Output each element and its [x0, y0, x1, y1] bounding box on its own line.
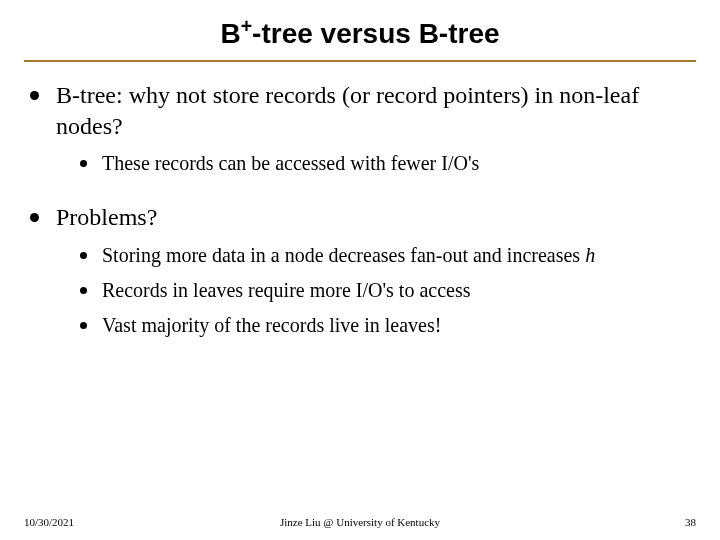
bullet-text: Vast majority of the records live in lea…: [102, 314, 441, 336]
footer-attribution: Jinze Liu @ University of Kentucky: [280, 516, 440, 528]
bullet-list: B-tree: why not store records (or record…: [24, 80, 696, 350]
bullet-text: Problems?: [56, 204, 157, 230]
bullet-text: B-tree: why not store records (or record…: [56, 82, 639, 139]
slide-title: B+-tree versus B-tree: [24, 18, 696, 60]
italic-variable: h: [585, 244, 595, 266]
bullet-text: Storing more data in a node decreases fa…: [102, 244, 585, 266]
list-item: Vast majority of the records live in lea…: [76, 313, 696, 338]
footer-date: 10/30/2021: [24, 516, 74, 528]
sub-bullet-list: Storing more data in a node decreases fa…: [56, 233, 696, 350]
list-item: B-tree: why not store records (or record…: [28, 80, 696, 188]
title-post: -tree versus B-tree: [252, 18, 499, 49]
list-item: Records in leaves require more I/O's to …: [76, 278, 696, 303]
bullet-text: Records in leaves require more I/O's to …: [102, 279, 470, 301]
footer: 10/30/2021 Jinze Liu @ University of Ken…: [0, 516, 720, 528]
footer-page-number: 38: [685, 516, 696, 528]
bullet-text: These records can be accessed with fewer…: [102, 152, 479, 174]
title-underline: [24, 60, 696, 62]
list-item: These records can be accessed with fewer…: [76, 151, 696, 176]
list-item: Storing more data in a node decreases fa…: [76, 243, 696, 268]
title-pre: B: [220, 18, 240, 49]
slide: B+-tree versus B-tree B-tree: why not st…: [0, 0, 720, 540]
title-sup: +: [241, 15, 252, 37]
list-item: Problems? Storing more data in a node de…: [28, 202, 696, 350]
sub-bullet-list: These records can be accessed with fewer…: [56, 141, 696, 188]
